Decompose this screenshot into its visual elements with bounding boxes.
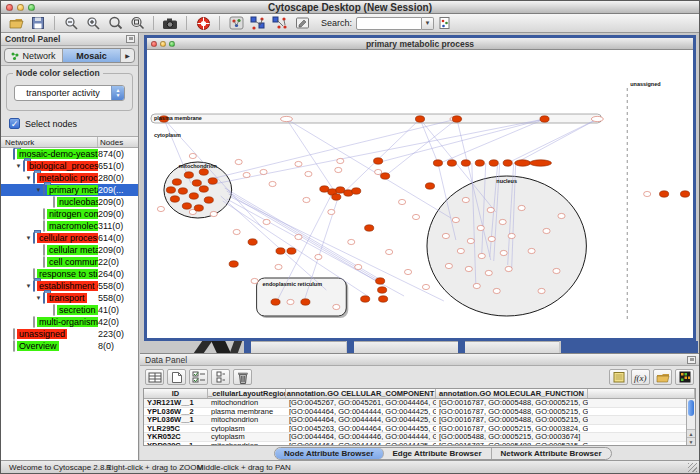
network-node-selected[interactable]: [503, 160, 512, 166]
network-node[interactable]: [287, 299, 294, 304]
network-node[interactable]: [442, 233, 449, 238]
attribute-table-button[interactable]: [145, 369, 164, 385]
tab-overflow-arrow[interactable]: ▶: [121, 49, 134, 62]
notes-button[interactable]: [609, 369, 628, 385]
network-canvas[interactable]: plasma membranecytoplasmmitochondrionnuc…: [147, 50, 693, 338]
snapshot-button[interactable]: [159, 15, 181, 32]
layout-2-button[interactable]: [269, 15, 291, 32]
network-node-selected[interactable]: [184, 172, 193, 178]
network-node[interactable]: [488, 236, 495, 241]
tree-row-multi-organism-pro[interactable]: multi-organism pro42(0): [1, 316, 138, 328]
tree-row-nucleobase-[interactable]: nucleobase-209(0): [1, 196, 138, 208]
tab-network[interactable]: Network: [5, 49, 63, 62]
network-node[interactable]: [328, 209, 335, 214]
network-node-selected[interactable]: [170, 196, 179, 202]
network-node-selected[interactable]: [660, 191, 669, 197]
network-node[interactable]: [422, 284, 429, 289]
import-attributes-button[interactable]: [653, 369, 672, 385]
network-node[interactable]: [553, 268, 560, 273]
network-node[interactable]: [457, 248, 464, 253]
network-node[interactable]: [538, 288, 545, 293]
network-node[interactable]: [275, 264, 282, 269]
network-node[interactable]: [281, 116, 293, 121]
network-node[interactable]: [386, 249, 393, 254]
resize-grip[interactable]: [688, 463, 697, 472]
tree-row-establishment-of-lo[interactable]: ▼establishment of lo558(0): [1, 280, 138, 292]
network-node-selected[interactable]: [680, 191, 689, 197]
formula-builder-button[interactable]: f(x): [631, 369, 650, 385]
network-node-selected[interactable]: [530, 160, 552, 166]
network-node-selected[interactable]: [540, 116, 549, 122]
network-node[interactable]: [210, 211, 217, 216]
network-node-selected[interactable]: [489, 160, 498, 166]
node-color-dropdown[interactable]: transporter activity ▲▼: [14, 85, 125, 101]
network-node[interactable]: [355, 264, 362, 269]
search-dropdown-arrow[interactable]: ▼: [422, 17, 434, 30]
tree-row-cell-communicat[interactable]: cell communicat22(0): [1, 256, 138, 268]
scrollbar-thumb[interactable]: [688, 400, 694, 416]
table-row-yjr121w-1[interactable]: YJR121W__1mitochondrion[GO:0045267, GO:0…: [144, 399, 695, 408]
expand-arrow-icon[interactable]: ▼: [34, 187, 43, 193]
table-scrollbar[interactable]: ▲ ▼: [686, 399, 695, 445]
delete-attribute-button[interactable]: [233, 369, 252, 385]
network-node[interactable]: [348, 239, 355, 244]
network-node-selected[interactable]: [208, 178, 217, 184]
network-node-selected[interactable]: [433, 160, 442, 166]
network-node-selected[interactable]: [361, 296, 370, 302]
attribute-matrix-button[interactable]: [675, 369, 694, 385]
network-node[interactable]: [452, 217, 459, 222]
network-node[interactable]: [485, 270, 492, 275]
network-node-selected[interactable]: [381, 173, 390, 179]
network-node[interactable]: [528, 248, 535, 253]
network-node-selected[interactable]: [276, 248, 285, 254]
network-node[interactable]: [375, 169, 382, 174]
expand-arrow-icon[interactable]: ▼: [14, 163, 23, 169]
network-node[interactable]: [398, 199, 405, 204]
create-attribute-button[interactable]: [167, 369, 186, 385]
table-row-ypl036w-2[interactable]: YPL036W__2plasma membrane[GO:0044464, GO…: [144, 408, 695, 417]
network-node-selected[interactable]: [204, 197, 213, 203]
tab-edge-attribute-browser[interactable]: Edge Attribute Browser: [384, 448, 492, 459]
tree-row-unassigned[interactable]: unassigned223(0): [1, 328, 138, 340]
tree-row-cellular-process[interactable]: ▼cellular process614(0): [1, 232, 138, 244]
network-node-selected[interactable]: [379, 296, 388, 302]
network-node-selected[interactable]: [475, 160, 484, 166]
network-view-titlebar[interactable]: primary metabolic process: [147, 38, 693, 50]
network-node[interactable]: [477, 225, 484, 230]
network-node[interactable]: [315, 254, 322, 259]
network-node[interactable]: [404, 269, 411, 274]
network-node-selected[interactable]: [166, 187, 175, 193]
network-node[interactable]: [467, 238, 474, 243]
network-node[interactable]: [487, 207, 494, 212]
network-node[interactable]: [558, 213, 565, 218]
network-node[interactable]: [260, 169, 267, 174]
network-node[interactable]: [465, 266, 472, 271]
network-node[interactable]: [157, 206, 164, 211]
network-node[interactable]: [543, 228, 550, 233]
network-node[interactable]: [303, 197, 310, 202]
layout-1-button[interactable]: [247, 15, 269, 32]
network-node[interactable]: [335, 167, 342, 172]
tab-mosaic[interactable]: Mosaic: [63, 49, 121, 62]
tree-row-transport[interactable]: ▼transport558(0): [1, 292, 138, 304]
network-node[interactable]: [189, 153, 196, 158]
tree-row-overview[interactable]: Overview8(0): [1, 340, 138, 352]
tree-row-secretion[interactable]: secretion41(0): [1, 304, 138, 316]
vizmapper-button[interactable]: [225, 15, 247, 32]
network-node-selected[interactable]: [172, 179, 181, 185]
network-node-selected[interactable]: [415, 116, 424, 122]
network-node[interactable]: [508, 233, 515, 238]
network-node[interactable]: [644, 191, 651, 196]
tree-row-macromolecule[interactable]: macromolecule311(0): [1, 220, 138, 232]
network-node[interactable]: [591, 116, 603, 121]
scroll-down-arrow[interactable]: ▼: [687, 437, 695, 445]
network-node-selected[interactable]: [452, 116, 461, 122]
expand-arrow-icon[interactable]: ▼: [24, 283, 33, 289]
search-options-button[interactable]: [434, 15, 456, 32]
network-node[interactable]: [505, 266, 512, 271]
network-node-selected[interactable]: [287, 248, 296, 254]
zoom-fit-button[interactable]: [126, 15, 148, 32]
tree-row-metabolic-process[interactable]: ▼metabolic process280(0): [1, 172, 138, 184]
annotations-button[interactable]: [291, 15, 313, 32]
app-titlebar[interactable]: Cytoscape Desktop (New Session): [1, 1, 699, 14]
